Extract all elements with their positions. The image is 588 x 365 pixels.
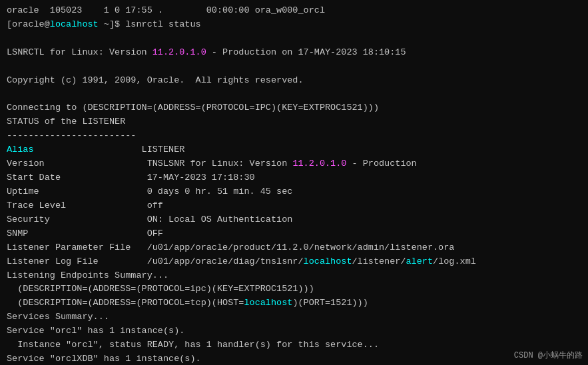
terminal-line-16: Security ON: Local OS Authentication [7,213,581,227]
terminal-line-15: Trace Level off [7,199,581,213]
terminal-line-24: Service "orcl" has 1 instance(s). [7,324,581,338]
terminal-line-6: Copyright (c) 1991, 2009, Oracle. All ri… [7,74,581,88]
terminal-line-26: Service "orclXDB" has 1 instance(s). [7,352,581,365]
terminal-line-21: (DESCRIPTION=(ADDRESS=(PROTOCOL=ipc)(KEY… [7,282,581,296]
terminal-line-4: LSNRCTL for Linux: Version 11.2.0.1.0 - … [7,46,581,60]
terminal-line-23: Services Summary... [7,310,581,324]
terminal-line-18: Listener Parameter File /u01/app/oracle/… [7,241,581,255]
terminal-line-19: Listener Log File /u01/app/oracle/diag/t… [7,255,581,269]
terminal-line-9: STATUS of the LISTENER [7,115,581,129]
terminal-line-8: Connecting to (DESCRIPTION=(ADDRESS=(PRO… [7,101,581,115]
terminal-line-2: [oracle@localhost ~]$ lsnrctl status [7,18,581,32]
terminal-line-22: (DESCRIPTION=(ADDRESS=(PROTOCOL=tcp)(HOS… [7,296,581,310]
terminal-line-blank-1 [7,32,581,46]
terminal-line-17: SNMP OFF [7,227,581,241]
terminal-line-12: Version TNSLSNR for Linux: Version 11.2.… [7,157,581,171]
terminal-window: oracle 105023 1 0 17:55 . 00:00:00 ora_w… [0,0,588,365]
terminal-line-blank-2 [7,60,581,74]
terminal-line-20: Listening Endpoints Summary... [7,269,581,283]
terminal-line-13: Start Date 17-MAY-2023 17:18:30 [7,171,581,185]
terminal-line-25: Instance "orcl", status READY, has 1 han… [7,338,581,352]
terminal-line-14: Uptime 0 days 0 hr. 51 min. 45 sec [7,185,581,199]
watermark: CSDN @小蜗牛的路 [514,350,583,361]
terminal-line-10: ------------------------ [7,129,581,143]
terminal-line-blank-3 [7,88,581,102]
terminal-line-11: Alias LISTENER [7,143,581,157]
terminal-line-1: oracle 105023 1 0 17:55 . 00:00:00 ora_w… [7,4,581,18]
